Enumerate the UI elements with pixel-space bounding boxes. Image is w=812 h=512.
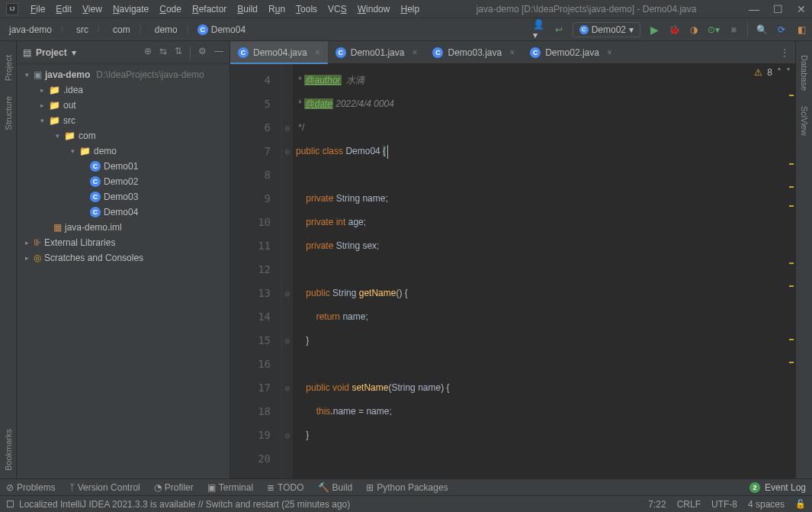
stop-button[interactable]: ■ <box>727 24 740 36</box>
crumb-class[interactable]: CDemo04 <box>197 24 246 35</box>
code-editor[interactable]: ⚠ 8 ˄ ˅ 456789101112131415161718192021 ⊖… <box>230 64 795 478</box>
tool-project[interactable]: Project <box>4 55 13 81</box>
tool-label: Terminal <box>219 482 253 493</box>
tab-overflow-icon[interactable]: ⋮ <box>780 47 795 58</box>
editor-tab[interactable]: CDemo04.java× <box>230 41 328 64</box>
line-ending[interactable]: CRLF <box>677 499 701 510</box>
chevron-down-icon: ▾ <box>629 24 634 35</box>
menu-run[interactable]: Run <box>264 2 290 16</box>
close-tab-icon[interactable]: × <box>412 47 417 58</box>
menu-file[interactable]: File <box>26 2 50 16</box>
run-button[interactable]: ▶ <box>648 24 660 36</box>
tree-class[interactable]: CDemo04 <box>17 204 229 220</box>
code-content[interactable]: * @author 水滴 * @date 2022/4/4 0004 */pub… <box>293 64 795 478</box>
window-title: java-demo [D:\IdeaProjects\java-demo] - … <box>424 4 749 14</box>
tool-eventlog[interactable]: Event Log <box>765 482 806 493</box>
tool-sciview[interactable]: SciView <box>800 106 809 136</box>
menu-code[interactable]: Code <box>155 2 186 16</box>
collapse-icon[interactable]: ⇅ <box>175 46 182 60</box>
tree-external[interactable]: ▸⊪External Libraries <box>17 235 229 250</box>
gear-icon[interactable]: ⚙ <box>198 46 207 60</box>
tree-demo[interactable]: ▾📁demo <box>17 143 229 159</box>
status-message[interactable]: Localized IntelliJ IDEA 2021.3.3 is avai… <box>19 499 350 510</box>
menu-build[interactable]: Build <box>233 2 262 16</box>
menu-tools[interactable]: Tools <box>291 2 322 16</box>
select-target-icon[interactable]: ⊕ <box>144 46 152 60</box>
next-problem-icon[interactable]: ˅ <box>786 67 791 78</box>
tool-structure[interactable]: Structure <box>4 96 13 130</box>
file-icon: ▦ <box>53 222 62 233</box>
tree-iml[interactable]: ▦java-demo.iml <box>17 220 229 235</box>
fold-gutter[interactable]: ⊖⊖⊖⊖⊖⊖ <box>282 64 293 478</box>
tab-label: Demo03.java <box>448 47 502 58</box>
hide-icon[interactable]: — <box>214 46 223 60</box>
error-stripe[interactable] <box>788 64 795 478</box>
project-tree[interactable]: ▾▣ java-demo D:\IdeaProjects\java-demo ▸… <box>17 64 229 478</box>
close-tab-icon[interactable]: × <box>509 47 515 58</box>
editor-tab[interactable]: CDemo03.java× <box>425 41 522 64</box>
debug-button[interactable]: 🐞 <box>668 24 680 36</box>
tree-src[interactable]: ▾📁src <box>17 113 229 128</box>
inspection-summary[interactable]: ⚠ 8 ˄ ˅ <box>754 67 791 78</box>
readonly-icon[interactable]: 🔓 <box>795 499 806 510</box>
chevron-down-icon[interactable]: ▾ <box>72 47 76 58</box>
coverage-button[interactable]: ◑ <box>688 24 700 36</box>
crumb-com[interactable]: com <box>108 23 135 37</box>
sync-icon[interactable]: ⟳ <box>775 24 788 36</box>
crumb-project[interactable]: java-demo <box>5 23 56 37</box>
indent[interactable]: 4 spaces <box>748 499 785 510</box>
tree-out[interactable]: ▸📁out <box>17 98 229 113</box>
menu-window[interactable]: Window <box>353 2 395 16</box>
maximize-button[interactable]: ☐ <box>773 3 783 15</box>
back-arrow-icon[interactable]: ↩ <box>553 24 565 36</box>
close-button[interactable]: ✕ <box>797 3 806 15</box>
tree-class[interactable]: CDemo03 <box>17 189 229 204</box>
close-tab-icon[interactable]: × <box>315 47 320 58</box>
menu-navigate[interactable]: Navigate <box>108 2 153 16</box>
prev-problem-icon[interactable]: ˄ <box>777 67 782 78</box>
profile-button[interactable]: ⊙▾ <box>708 24 720 36</box>
menu-help[interactable]: Help <box>396 2 424 16</box>
library-icon: ⊪ <box>34 237 41 248</box>
tree-label: out <box>63 100 76 111</box>
tree-class[interactable]: CDemo01 <box>17 159 229 174</box>
caret-position[interactable]: 7:22 <box>648 499 666 510</box>
project-title[interactable]: Project <box>36 47 67 58</box>
editor-tab[interactable]: CDemo01.java× <box>328 41 425 64</box>
tool-vcs[interactable]: ᛉVersion Control <box>69 482 140 493</box>
tool-database[interactable]: Database <box>800 55 809 91</box>
tree-class[interactable]: CDemo02 <box>17 174 229 189</box>
menu-refactor[interactable]: Refactor <box>188 2 231 16</box>
user-icon[interactable]: 👤▾ <box>533 24 545 36</box>
status-indicator-icon[interactable]: ☐ <box>6 499 14 510</box>
class-icon: C <box>238 47 249 58</box>
encoding[interactable]: UTF-8 <box>711 499 737 510</box>
tree-label: Demo04 <box>104 207 138 217</box>
tool-build[interactable]: 🔨Build <box>318 482 353 493</box>
minimize-button[interactable]: ― <box>749 3 759 15</box>
close-tab-icon[interactable]: × <box>607 47 612 58</box>
project-header: ▤ Project ▾ ⊕ ⇆ ⇅ ⚙ — <box>17 41 229 64</box>
tool-problems[interactable]: ⊘Problems <box>6 482 56 493</box>
tool-todo[interactable]: ≣TODO <box>267 482 303 493</box>
scratch-icon: ◎ <box>34 253 41 263</box>
tree-root[interactable]: ▾▣ java-demo D:\IdeaProjects\java-demo <box>17 67 229 82</box>
search-icon[interactable]: 🔍 <box>756 24 768 36</box>
tool-profiler[interactable]: ◔Profiler <box>154 482 194 493</box>
tool-bookmarks[interactable]: Bookmarks <box>4 429 13 471</box>
tree-scratch[interactable]: ▸◎Scratches and Consoles <box>17 250 229 266</box>
tree-com[interactable]: ▾📁com <box>17 128 229 143</box>
menu-view[interactable]: View <box>78 2 107 16</box>
editor-tab[interactable]: CDemo02.java× <box>522 41 620 64</box>
line-number-gutter[interactable]: 456789101112131415161718192021 <box>230 64 282 478</box>
ide-features-icon[interactable]: ◧ <box>795 24 807 36</box>
tree-idea[interactable]: ▸📁.idea <box>17 82 229 98</box>
run-config-selector[interactable]: C Demo02 ▾ <box>573 22 640 37</box>
expand-icon[interactable]: ⇆ <box>159 46 167 60</box>
crumb-demo[interactable]: demo <box>150 23 182 37</box>
menu-edit[interactable]: Edit <box>51 2 76 16</box>
tool-terminal[interactable]: ▣Terminal <box>207 482 253 493</box>
tool-python[interactable]: ⊞Python Packages <box>366 482 448 493</box>
crumb-src[interactable]: src <box>72 23 93 37</box>
menu-vcs[interactable]: VCS <box>323 2 351 16</box>
